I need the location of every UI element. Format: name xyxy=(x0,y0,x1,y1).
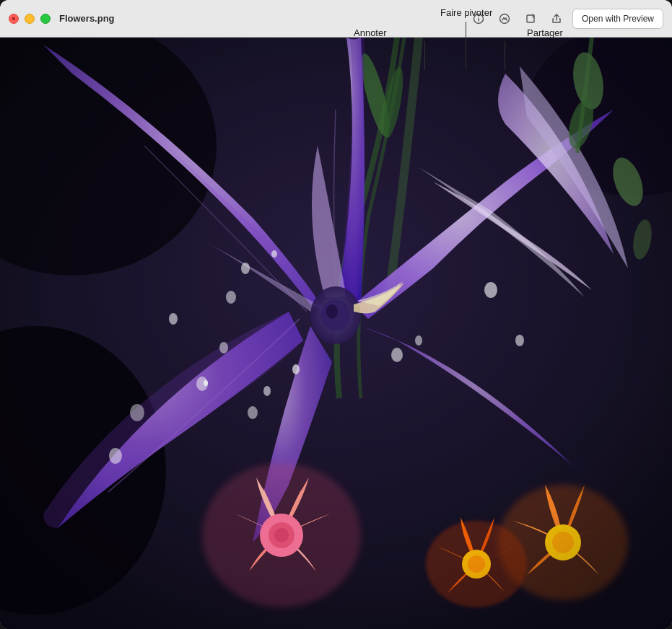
quick-look-window: Annoter Faire pivoter Partager × Flowers… xyxy=(0,0,672,629)
close-icon: × xyxy=(12,15,15,22)
window-title: Flowers.png xyxy=(59,13,468,24)
share-icon xyxy=(551,13,562,25)
maximize-button[interactable] xyxy=(40,14,51,24)
traffic-lights: × xyxy=(9,14,51,24)
close-button[interactable]: × xyxy=(9,14,19,24)
annotate-button[interactable] xyxy=(494,9,515,29)
svg-rect-46 xyxy=(0,38,672,629)
titlebar: × Flowers.png xyxy=(0,0,672,38)
rotate-button[interactable] xyxy=(520,9,541,29)
flower-svg xyxy=(0,38,672,629)
flower-image xyxy=(0,38,672,629)
info-icon xyxy=(473,13,484,25)
share-button[interactable] xyxy=(546,9,567,29)
annotate-icon xyxy=(499,13,510,25)
info-button[interactable] xyxy=(468,9,489,29)
svg-point-2 xyxy=(478,15,479,16)
minimize-button[interactable] xyxy=(25,14,35,24)
toolbar-buttons: Open with Preview xyxy=(468,9,663,29)
open-with-preview-button[interactable]: Open with Preview xyxy=(572,9,663,29)
image-container xyxy=(0,38,672,629)
rotate-icon xyxy=(525,13,536,25)
svg-rect-4 xyxy=(527,15,534,22)
